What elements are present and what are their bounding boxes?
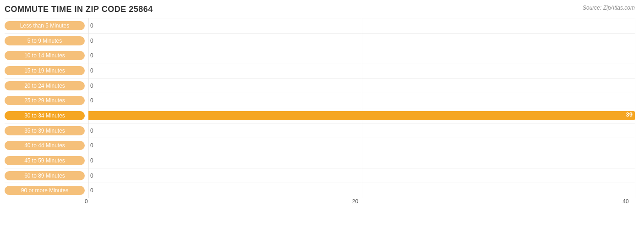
- x-tick-40: 40: [622, 198, 628, 205]
- bar-zero-value: 0: [90, 142, 93, 149]
- bar-row: 20 to 24 Minutes0: [5, 78, 635, 94]
- bar-zero-value: 0: [90, 128, 93, 134]
- bar-zero-value: 0: [90, 157, 93, 164]
- bar-label: 45 to 59 Minutes: [5, 156, 85, 165]
- bar-track: 0: [88, 63, 635, 78]
- bar-track: 0: [88, 168, 635, 183]
- bar-track: 0: [88, 78, 635, 93]
- chart-container: COMMUTE TIME IN ZIP CODE 25864 Source: Z…: [0, 0, 644, 240]
- bar-label: 20 to 24 Minutes: [5, 81, 85, 90]
- bar-label: 35 to 39 Minutes: [5, 126, 85, 135]
- bar-row: 10 to 14 Minutes0: [5, 48, 635, 63]
- bar-label: 60 to 89 Minutes: [5, 171, 85, 180]
- bar-row: 35 to 39 Minutes0: [5, 123, 635, 139]
- bar-row: 60 to 89 Minutes0: [5, 168, 635, 184]
- chart-area: Less than 5 Minutes05 to 9 Minutes010 to…: [5, 18, 635, 212]
- bar-row: 5 to 9 Minutes0: [5, 33, 635, 49]
- bar-value: 39: [626, 111, 633, 118]
- bar-fill: 39: [88, 111, 635, 121]
- bar-label: 10 to 14 Minutes: [5, 51, 85, 60]
- bar-label: 40 to 44 Minutes: [5, 141, 85, 150]
- bar-label: 5 to 9 Minutes: [5, 36, 85, 45]
- chart-title: COMMUTE TIME IN ZIP CODE 25864: [5, 5, 635, 14]
- bar-zero-value: 0: [90, 173, 93, 179]
- bar-zero-value: 0: [90, 22, 93, 29]
- bar-label: Less than 5 Minutes: [5, 21, 85, 30]
- bar-track: 0: [88, 33, 635, 48]
- bar-zero-value: 0: [90, 38, 93, 44]
- bar-label: 90 or more Minutes: [5, 186, 85, 195]
- bar-track: 39: [88, 108, 635, 123]
- bar-label: 15 to 19 Minutes: [5, 66, 85, 75]
- bar-row: 40 to 44 Minutes0: [5, 138, 635, 153]
- bar-zero-value: 0: [90, 83, 93, 89]
- bar-row: 90 or more Minutes0: [5, 183, 635, 198]
- bars-section: Less than 5 Minutes05 to 9 Minutes010 to…: [5, 18, 635, 198]
- bar-zero-value: 0: [90, 52, 93, 59]
- x-tick-20: 20: [352, 198, 358, 205]
- bar-track: 0: [88, 183, 635, 198]
- bar-zero-value: 0: [90, 97, 93, 104]
- bar-row: Less than 5 Minutes0: [5, 18, 635, 33]
- bar-track: 0: [88, 153, 635, 168]
- bar-label: 30 to 34 Minutes: [5, 111, 85, 120]
- grid-line-100: [635, 18, 635, 198]
- bar-row: 25 to 29 Minutes0: [5, 93, 635, 108]
- bar-track: 0: [88, 138, 635, 153]
- bar-track: 0: [88, 18, 635, 33]
- chart-source: Source: ZipAtlas.com: [583, 5, 635, 11]
- bar-zero-value: 0: [90, 67, 93, 74]
- bar-label: 25 to 29 Minutes: [5, 96, 85, 105]
- bar-track: 0: [88, 48, 635, 63]
- x-axis: 0 20 40: [85, 198, 635, 212]
- bar-row: 30 to 34 Minutes39: [5, 108, 635, 123]
- bar-track: 0: [88, 123, 635, 138]
- x-tick-0: 0: [85, 198, 88, 205]
- bar-row: 15 to 19 Minutes0: [5, 63, 635, 78]
- bar-zero-value: 0: [90, 187, 93, 194]
- bar-track: 0: [88, 93, 635, 108]
- bar-row: 45 to 59 Minutes0: [5, 153, 635, 168]
